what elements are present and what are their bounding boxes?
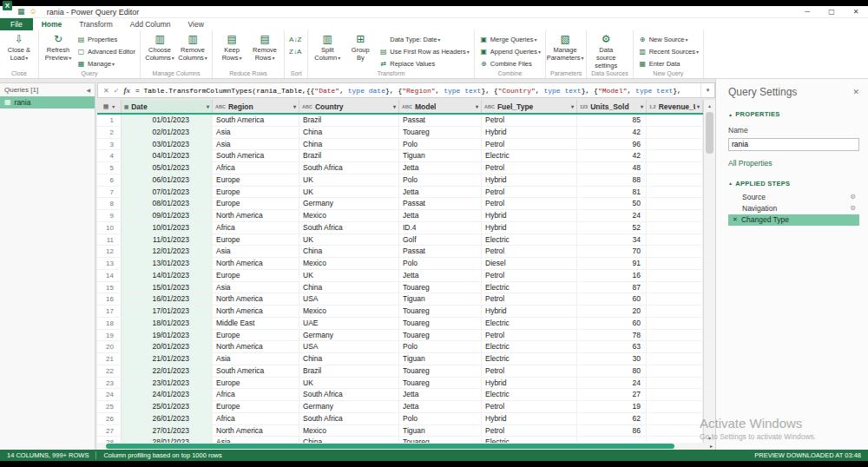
cell[interactable]: 81 [577, 187, 647, 198]
cell[interactable] [647, 258, 703, 269]
refresh-preview-button[interactable]: ↻Refresh Preview [42, 32, 75, 62]
cell[interactable]: Touareg [399, 127, 482, 138]
select-all-corner[interactable]: ▦ ▾ [97, 100, 122, 113]
row-number[interactable]: 14 [97, 270, 122, 281]
tab-view[interactable]: View [180, 18, 213, 30]
row-number[interactable]: 8 [97, 198, 122, 209]
row-number[interactable]: 10 [97, 222, 122, 234]
cell[interactable]: Polo [399, 258, 482, 269]
cell[interactable]: 11/01/2023 [122, 234, 213, 246]
sort-descending-button[interactable]: Z↓A [289, 46, 303, 57]
all-properties-link[interactable]: All Properties [728, 159, 859, 168]
tab-transform[interactable]: Transform [70, 18, 121, 30]
row-number[interactable]: 1 [97, 115, 122, 126]
cell[interactable] [577, 437, 647, 443]
cell[interactable] [647, 198, 703, 209]
cell[interactable]: 42 [577, 127, 647, 138]
cell[interactable]: Petrol [482, 198, 577, 209]
row-number[interactable]: 15 [97, 282, 122, 293]
group-by-button[interactable]: ⊞Group By [344, 32, 377, 62]
cell[interactable] [647, 174, 703, 186]
data-source-settings-button[interactable]: ⚙Data source settings [589, 32, 622, 69]
cell[interactable]: 78 [577, 330, 647, 341]
applied-steps-section-header[interactable]: ▲ APPLIED STEPS [728, 180, 859, 187]
cell[interactable] [647, 210, 703, 221]
cell[interactable]: South America [213, 115, 299, 126]
cell[interactable]: 96 [577, 139, 647, 150]
cell[interactable]: 28/01/2023 [122, 437, 213, 443]
cell[interactable]: North America [213, 306, 299, 317]
cell[interactable]: South America [213, 365, 299, 377]
cell[interactable]: USA [299, 341, 399, 352]
cell[interactable] [647, 425, 703, 437]
cell[interactable]: UK [299, 174, 399, 186]
gear-icon[interactable]: ⚙ [850, 194, 856, 201]
cell[interactable]: 26/01/2023 [122, 413, 213, 424]
cell[interactable]: Europe [213, 378, 299, 389]
cell[interactable]: Electric [482, 341, 577, 352]
cell[interactable]: 01/01/2023 [122, 115, 213, 126]
row-number[interactable]: 18 [97, 318, 122, 329]
cell[interactable] [647, 330, 703, 341]
cell[interactable]: 60 [577, 318, 647, 329]
cell[interactable]: North America [213, 341, 299, 352]
row-number[interactable]: 19 [97, 330, 122, 341]
cell[interactable] [647, 341, 703, 352]
cell[interactable] [647, 306, 703, 317]
cell[interactable] [647, 270, 703, 281]
horizontal-scrollbar-thumb[interactable] [106, 444, 674, 449]
cell[interactable]: Petrol [482, 246, 577, 257]
cell[interactable]: South America [213, 150, 299, 161]
cell[interactable]: 63 [577, 341, 647, 352]
horizontal-scrollbar[interactable]: ▸ [97, 443, 715, 450]
cell[interactable]: South Africa [299, 222, 399, 234]
cell[interactable]: 10/01/2023 [122, 222, 213, 234]
row-number[interactable]: 2 [97, 127, 122, 138]
cell[interactable]: UK [299, 270, 399, 281]
cell[interactable] [647, 222, 703, 234]
cell[interactable]: Electric [482, 389, 577, 400]
filter-dropdown-icon[interactable]: ▾ [205, 103, 209, 109]
cell[interactable]: 20 [577, 306, 647, 317]
cell[interactable]: 20/01/2023 [122, 341, 213, 352]
cell[interactable]: China [299, 437, 399, 443]
cell[interactable]: South Africa [299, 413, 399, 424]
cell[interactable]: UK [299, 234, 399, 246]
combine-files-button[interactable]: ⊕Combine Files [479, 58, 541, 69]
cell[interactable]: Europe [213, 401, 299, 412]
cell[interactable]: Touareg [399, 365, 482, 377]
cell[interactable]: 60 [577, 293, 647, 305]
cell[interactable]: 70 [577, 246, 647, 257]
column-header-region[interactable]: ABCRegion▾ [213, 100, 299, 113]
cell[interactable]: Europe [213, 330, 299, 341]
column-header-model[interactable]: ABCModel▾ [399, 100, 482, 113]
cell[interactable]: Hybrid [482, 174, 577, 186]
cell[interactable] [647, 115, 703, 126]
cell[interactable]: 03/01/2023 [122, 139, 213, 150]
cell[interactable]: South Africa [299, 162, 399, 174]
applied-step-navigation[interactable]: Navigation⚙ [728, 203, 859, 214]
formula-bar[interactable]: ✕ ✓ fx = Table.TransformColumnTypes(rani… [97, 82, 715, 98]
filter-dropdown-icon[interactable]: ▾ [569, 103, 574, 109]
cell[interactable]: Golf [399, 234, 482, 246]
cell[interactable]: 24 [577, 378, 647, 389]
cell[interactable] [647, 389, 703, 400]
applied-step-changed-type[interactable]: ✕Changed Type [728, 214, 859, 226]
formula-text[interactable]: = Table.TransformColumnTypes(rania_Table… [135, 87, 700, 95]
row-number[interactable]: 27 [97, 425, 122, 437]
cell[interactable]: Asia [213, 139, 299, 150]
cell[interactable]: Hybrid [482, 413, 577, 424]
remove-columns-button[interactable]: ▥Remove Columns [176, 32, 209, 62]
cell[interactable]: 05/01/2023 [122, 162, 213, 174]
cell[interactable]: Mexico [299, 210, 399, 221]
cell[interactable]: Touareg [399, 378, 482, 389]
cell[interactable]: 88 [577, 174, 647, 186]
properties-button[interactable]: ▤Properties [76, 34, 135, 45]
cell[interactable]: Jetta [399, 210, 482, 221]
column-header-fuel-type[interactable]: ABCFuel_Type▾ [482, 100, 577, 113]
cell[interactable]: Hybrid [482, 378, 577, 389]
cell[interactable] [647, 234, 703, 246]
cell[interactable]: Petrol [482, 425, 577, 437]
new-source-button[interactable]: ⊕New Source [638, 34, 699, 45]
cell[interactable]: Electric [482, 150, 577, 161]
